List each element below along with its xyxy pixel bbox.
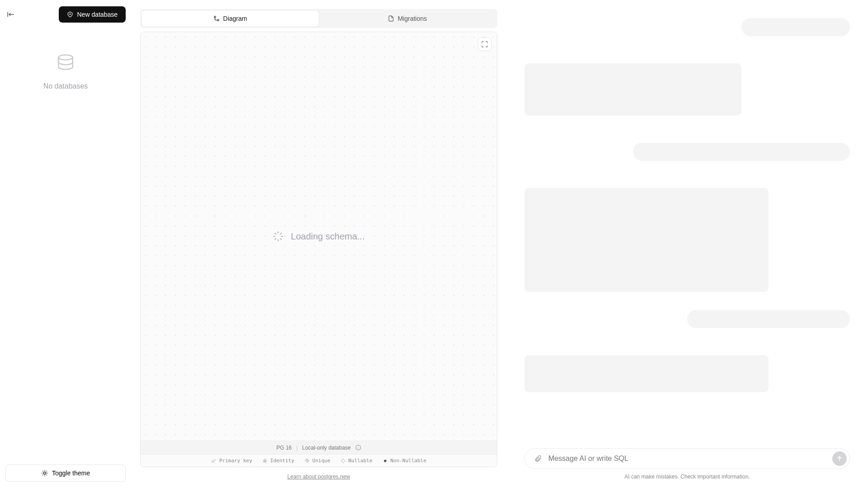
diagram-canvas[interactable]: Loading schema... xyxy=(141,32,497,441)
placeholder-bubble xyxy=(524,63,741,116)
chat-input[interactable] xyxy=(548,455,832,463)
loading-text: Loading schema... xyxy=(291,231,364,242)
diamond-outline-icon xyxy=(340,458,346,464)
empty-state-text: No databases xyxy=(43,82,88,90)
placeholder-bubble xyxy=(633,143,850,161)
legend-identity: Identity xyxy=(262,458,294,464)
local-db-label: Local-only database xyxy=(302,445,350,451)
arrow-up-icon xyxy=(836,455,843,462)
new-database-label: New database xyxy=(77,11,118,18)
svg-point-2 xyxy=(214,16,216,18)
hash-icon xyxy=(262,458,268,464)
chat-disclaimer: AI can make mistakes. Check important in… xyxy=(524,474,850,480)
tab-migrations-label: Migrations xyxy=(398,15,427,22)
loading-indicator: Loading schema... xyxy=(273,231,364,242)
tabs: Diagram Migrations xyxy=(140,9,497,28)
sidebar: New database No databases Toggle theme xyxy=(0,0,131,488)
database-icon xyxy=(56,53,75,74)
toggle-theme-button[interactable]: Toggle theme xyxy=(5,465,126,482)
placeholder-bubble xyxy=(741,18,850,36)
new-database-button[interactable]: New database xyxy=(59,6,126,23)
paperclip-icon xyxy=(534,455,542,463)
chat-panel: AI can make mistakes. Check important in… xyxy=(497,0,868,488)
learn-link[interactable]: Learn about postgres.new xyxy=(140,474,497,480)
center-panel: Diagram Migrations Loading schema... xyxy=(131,0,497,488)
placeholder-bubble xyxy=(524,355,769,392)
status-separator: | xyxy=(296,445,297,451)
sun-icon xyxy=(41,469,48,477)
legend-nullable: Nullable xyxy=(340,458,373,464)
database-empty-state: No databases xyxy=(43,53,88,90)
diamond-filled-icon xyxy=(382,458,388,464)
attach-button[interactable] xyxy=(534,455,542,463)
tab-diagram[interactable]: Diagram xyxy=(142,10,319,27)
placeholder-bubble xyxy=(687,310,850,328)
svg-point-1 xyxy=(43,472,46,474)
key-icon xyxy=(211,458,217,464)
placeholder-bubble xyxy=(524,188,769,292)
legend-unique: Unique xyxy=(304,458,330,464)
legend-bar: Primary key Identity Unique Nullable Non… xyxy=(141,454,497,467)
tab-migrations[interactable]: Migrations xyxy=(319,10,496,27)
workflow-icon xyxy=(213,15,220,22)
cube-plus-icon xyxy=(67,11,73,18)
spinner-icon xyxy=(273,231,283,242)
collapse-sidebar-button[interactable] xyxy=(5,9,16,20)
legend-primary-key: Primary key xyxy=(211,458,252,464)
legend-non-nullable: Non-Nullable xyxy=(382,458,426,464)
maximize-icon xyxy=(481,41,488,48)
svg-point-0 xyxy=(58,55,73,60)
tab-diagram-label: Diagram xyxy=(223,15,247,22)
expand-button[interactable] xyxy=(478,38,491,51)
chat-placeholder-bubbles xyxy=(524,14,850,448)
chat-input-row xyxy=(524,448,850,469)
fingerprint-icon xyxy=(304,458,310,464)
send-button[interactable] xyxy=(832,451,847,466)
status-bar: PG 16 | Local-only database xyxy=(141,441,497,454)
toggle-theme-label: Toggle theme xyxy=(52,469,90,477)
panel-left-icon xyxy=(7,10,15,19)
pg-version: PG 16 xyxy=(276,445,292,451)
svg-point-3 xyxy=(217,19,219,21)
file-icon xyxy=(388,15,394,22)
info-icon[interactable] xyxy=(355,445,361,450)
diagram-canvas-frame: Loading schema... PG 16 | Local-only dat… xyxy=(140,32,497,467)
